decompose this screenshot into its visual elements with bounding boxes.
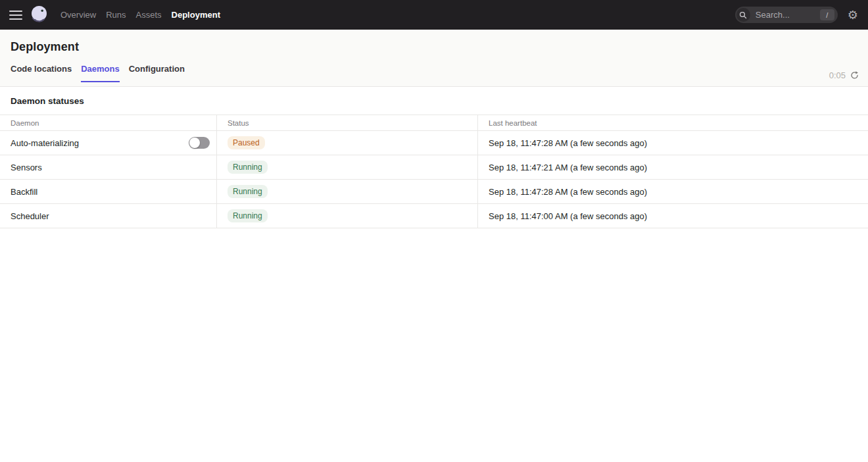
search-box[interactable]: / [735, 7, 838, 23]
daemon-name: Sensors [11, 163, 42, 172]
heartbeat-cell: Sep 18, 11:47:21 AM (a few seconds ago) [478, 155, 868, 179]
daemon-name: Backfill [11, 187, 37, 197]
nav-link-overview[interactable]: Overview [60, 10, 96, 20]
table-row: Sensors Running Sep 18, 11:47:21 AM (a f… [0, 155, 868, 180]
tab-bar: Code locations Daemons Configuration [11, 64, 857, 82]
search-shortcut-key: / [820, 9, 834, 20]
status-badge: Paused [228, 136, 265, 149]
nav-link-deployment[interactable]: Deployment [172, 10, 220, 20]
status-badge: Running [228, 209, 268, 222]
dagster-logo-icon[interactable] [29, 4, 49, 26]
settings-gear-icon[interactable]: ⚙ [848, 9, 858, 21]
daemon-name: Scheduler [11, 211, 49, 221]
daemon-cell: Backfill [0, 180, 217, 203]
topnav-right: / ⚙ [735, 7, 858, 23]
heartbeat-cell: Sep 18, 11:47:00 AM (a few seconds ago) [478, 204, 868, 228]
status-badge: Running [228, 161, 268, 174]
refresh-countdown: 0:05 [829, 70, 846, 80]
search-input[interactable] [756, 10, 820, 20]
status-cell: Running [217, 204, 478, 228]
daemon-cell: Auto-materializing [0, 131, 217, 155]
table-row: Auto-materializing Paused Sep 18, 11:47:… [0, 131, 868, 155]
daemon-cell: Sensors [0, 155, 217, 179]
primary-nav: Overview Runs Assets Deployment [60, 10, 220, 20]
page-title: Deployment [11, 40, 857, 54]
table-header-row: Daemon Status Last heartbeat [0, 115, 868, 131]
section-heading: Daemon statuses [0, 87, 868, 115]
heartbeat-cell: Sep 18, 11:47:28 AM (a few seconds ago) [478, 180, 868, 203]
column-header-last-heartbeat: Last heartbeat [478, 115, 868, 130]
status-cell: Running [217, 180, 478, 203]
top-nav: Overview Runs Assets Deployment / ⚙ [0, 0, 868, 30]
status-badge: Running [228, 185, 268, 198]
daemon-cell: Scheduler [0, 204, 217, 228]
tab-daemons[interactable]: Daemons [81, 64, 120, 82]
daemon-status-table: Daemon Status Last heartbeat Auto-materi… [0, 115, 868, 228]
tab-code-locations[interactable]: Code locations [11, 64, 72, 82]
column-header-daemon: Daemon [0, 115, 217, 130]
table-row: Scheduler Running Sep 18, 11:47:00 AM (a… [0, 204, 868, 228]
column-header-status: Status [217, 115, 478, 130]
page-header: Deployment Code locations Daemons Config… [0, 30, 868, 87]
table-row: Backfill Running Sep 18, 11:47:28 AM (a … [0, 180, 868, 204]
nav-link-assets[interactable]: Assets [136, 10, 162, 20]
nav-link-runs[interactable]: Runs [106, 10, 126, 20]
refresh-control: 0:05 [829, 70, 859, 80]
status-cell: Paused [217, 131, 478, 155]
status-cell: Running [217, 155, 478, 179]
refresh-icon[interactable] [850, 71, 859, 80]
auto-materializing-toggle[interactable] [189, 137, 210, 149]
heartbeat-cell: Sep 18, 11:47:28 AM (a few seconds ago) [478, 131, 868, 155]
search-icon [736, 8, 750, 22]
daemon-name: Auto-materializing [11, 138, 79, 148]
tab-configuration[interactable]: Configuration [129, 64, 185, 82]
hamburger-menu-icon[interactable] [9, 11, 22, 20]
main-content: Daemon statuses Daemon Status Last heart… [0, 87, 868, 228]
